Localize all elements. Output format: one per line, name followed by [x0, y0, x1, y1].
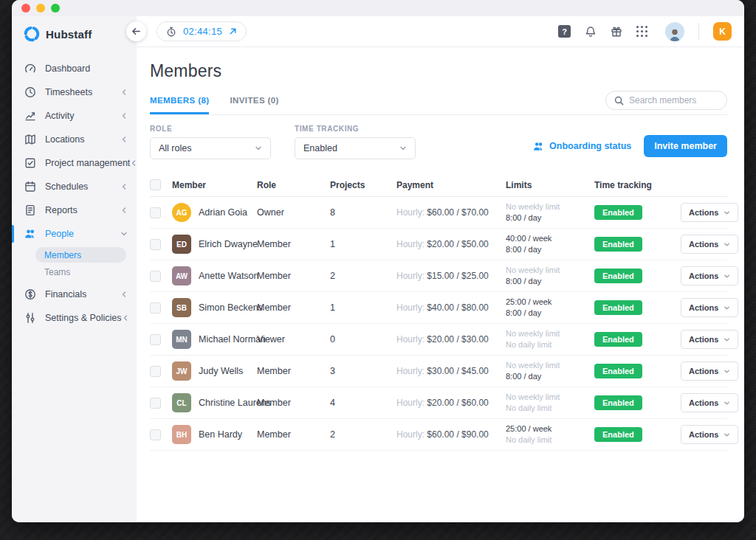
payment-value: $20.00 / $30.00	[427, 334, 488, 345]
actions-button[interactable]: Actions	[681, 393, 738, 412]
sidebar-nav: Dashboard Timesheets Activity Locations	[12, 57, 137, 330]
sidebar-item-settings-policies[interactable]: Settings & Policies	[12, 306, 137, 330]
close-window-button[interactable]	[21, 4, 30, 13]
table-row[interactable]: BH Ben Hardy Member 2 Hourly: $60.00 / $…	[150, 419, 727, 451]
locations-icon	[24, 134, 36, 145]
invite-member-button[interactable]: Invite member	[644, 135, 727, 157]
row-checkbox[interactable]	[150, 302, 161, 314]
sidebar-subitem-teams[interactable]: Teams	[35, 264, 126, 280]
actions-button[interactable]: Actions	[681, 298, 738, 317]
sidebar-item-people[interactable]: People MembersTeams	[12, 222, 137, 280]
timer-widget[interactable]: 02:44:15	[157, 21, 247, 41]
search-members-input[interactable]	[629, 95, 718, 105]
time-tracking-filter-value: Enabled	[303, 143, 337, 153]
daily-limit: 8:00 / day	[506, 308, 594, 319]
main-area: 02:44:15 ?	[137, 16, 744, 522]
row-checkbox[interactable]	[150, 271, 161, 282]
notifications-button[interactable]	[585, 26, 597, 38]
actions-button[interactable]: Actions	[681, 361, 738, 381]
open-in-new-icon[interactable]	[229, 27, 237, 35]
payment-value: $20.00 / $50.00	[427, 239, 488, 249]
chevron-down-icon	[255, 145, 262, 152]
sidebar-item-reports[interactable]: Reports	[12, 198, 137, 222]
whats-new-button[interactable]	[611, 26, 622, 38]
organization-badge[interactable]: K	[713, 22, 732, 41]
table-row[interactable]: CL Christine Laurens Member 4 Hourly: $2…	[150, 387, 727, 419]
role-filter-value: All roles	[159, 143, 191, 153]
tracking-cell: Enabled	[594, 364, 681, 378]
chevron-left-icon	[130, 159, 137, 168]
member-payment: Hourly: $20.00 / $30.00	[396, 334, 506, 345]
chevron-left-icon	[120, 206, 128, 215]
actions-cell: Actions	[681, 361, 738, 381]
member-avatar: AW	[172, 266, 191, 285]
sidebar-item-financials[interactable]: Financials	[12, 283, 137, 306]
member-limits: No weekly limit No daily limit	[506, 392, 594, 414]
minimize-window-button[interactable]	[36, 4, 45, 13]
table-row[interactable]: JW Judy Wells Member 3 Hourly: $30.00 / …	[150, 356, 727, 387]
chevron-down-icon	[724, 305, 730, 311]
apps-menu-button[interactable]	[636, 26, 648, 38]
role-filter-select[interactable]: All roles	[150, 137, 271, 159]
help-button[interactable]: ?	[558, 25, 571, 38]
member-role: Member	[257, 366, 330, 376]
chevron-down-icon	[724, 336, 730, 343]
actions-label: Actions	[689, 367, 718, 375]
actions-label: Actions	[689, 398, 718, 407]
search-members-box[interactable]	[605, 91, 727, 110]
row-checkbox[interactable]	[150, 239, 161, 250]
activity-icon	[24, 110, 36, 122]
actions-cell: Actions	[681, 235, 738, 254]
actions-button[interactable]: Actions	[681, 203, 738, 222]
member-projects: 2	[330, 429, 396, 440]
actions-cell: Actions	[681, 393, 738, 412]
sidebar-item-project-management[interactable]: Project management	[12, 151, 137, 175]
weekly-limit: 25:00 / week	[506, 423, 594, 435]
table-row[interactable]: MN Michael Norman Viewer 0 Hourly: $20.0…	[150, 324, 727, 356]
window-controls	[21, 4, 60, 13]
table-row[interactable]: ED Elrich Dwayne Member 1 Hourly: $20.00…	[150, 229, 727, 260]
user-avatar[interactable]	[665, 22, 684, 41]
row-checkbox[interactable]	[150, 334, 161, 345]
actions-button[interactable]: Actions	[681, 330, 738, 349]
table-row[interactable]: AW Anette Watson Member 2 Hourly: $15.00…	[150, 260, 727, 292]
onboarding-status-label: Onboarding status	[549, 141, 631, 151]
time-tracking-badge: Enabled	[594, 332, 642, 347]
sidebar-item-dashboard[interactable]: Dashboard	[12, 57, 137, 80]
select-all-checkbox[interactable]	[150, 179, 161, 190]
payment-value: $15.00 / $25.00	[427, 271, 488, 281]
member-name: Elrich Dwayne	[199, 239, 258, 249]
sidebar-subitem-members[interactable]: Members	[35, 247, 126, 263]
actions-button[interactable]: Actions	[681, 425, 738, 444]
table-row[interactable]: AG Adrian Goia Owner 8 Hourly: $60.00 / …	[150, 197, 727, 229]
chevron-down-icon	[399, 145, 407, 152]
logo[interactable]: Hubstaff	[12, 16, 137, 52]
time-tracking-filter-select[interactable]: Enabled	[295, 137, 416, 159]
row-checkbox[interactable]	[150, 398, 161, 409]
row-checkbox[interactable]	[150, 366, 161, 377]
sidebar-item-activity[interactable]: Activity	[12, 104, 137, 128]
sidebar-item-locations[interactable]: Locations	[12, 128, 137, 151]
time-tracking-badge: Enabled	[594, 269, 642, 283]
actions-label: Actions	[689, 335, 718, 344]
tab-members[interactable]: MEMBERS (8)	[150, 96, 209, 114]
tab-invites[interactable]: INVITES (0)	[230, 96, 278, 114]
collapse-sidebar-button[interactable]	[126, 21, 146, 41]
actions-button[interactable]: Actions	[681, 235, 738, 254]
table-row[interactable]: SB Simon Beckens Member 1 Hourly: $40.00…	[150, 292, 727, 324]
row-checkbox[interactable]	[150, 429, 161, 440]
onboarding-status-link[interactable]: Onboarding status	[533, 141, 631, 152]
member-cell: ED Elrich Dwayne	[172, 235, 257, 254]
actions-button[interactable]: Actions	[681, 266, 738, 285]
member-payment: Hourly: $20.00 / $50.00	[396, 239, 506, 249]
sidebar-item-timesheets[interactable]: Timesheets	[12, 80, 137, 104]
zoom-window-button[interactable]	[51, 4, 60, 13]
member-projects: 4	[330, 398, 396, 408]
row-checkbox[interactable]	[150, 207, 161, 218]
member-role: Member	[257, 398, 330, 408]
daily-limit: 8:00 / day	[506, 244, 594, 255]
hubstaff-logo-icon	[24, 26, 40, 42]
sidebar-item-schedules[interactable]: Schedules	[12, 175, 137, 198]
payment-prefix: Hourly:	[396, 398, 427, 408]
users-icon	[533, 141, 544, 152]
